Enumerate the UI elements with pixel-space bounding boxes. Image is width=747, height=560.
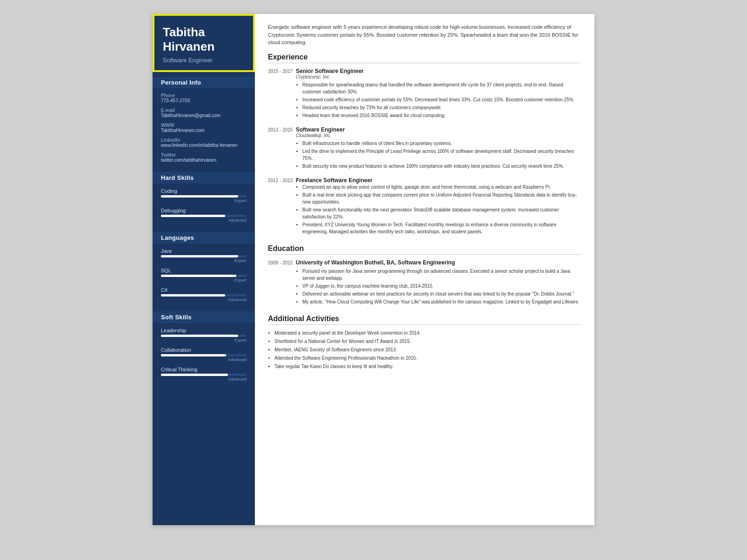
summary-text: Energetic software engineer with 5 years… [268, 23, 581, 46]
experience-title: Experience [268, 53, 581, 63]
activities-title: Additional Activities [268, 315, 581, 325]
job-bullets-2: Built infrastructure to handle millions … [296, 140, 581, 170]
edu-bullets-1: Pursued my passion for Java server progr… [296, 268, 581, 305]
www-label: WWW [161, 123, 247, 128]
collaboration-bar-bg [161, 354, 247, 356]
coding-bar-bg [161, 195, 247, 198]
bullet: Pursued my passion for Java server progr… [302, 268, 581, 282]
edu-body-1: University of Washington Bothell, BA, So… [296, 259, 581, 306]
debugging-skill: Debugging Advanced [161, 208, 247, 223]
critical-bar-fill [161, 374, 228, 376]
email-item: E-mail TabithaHirvanen@gmail.com [161, 108, 247, 118]
bullet: Delivered an actionable webinar on best … [302, 290, 581, 297]
twitter-label: Twitter [161, 152, 247, 158]
edu-degree-1: University of Washington Bothell, BA, So… [296, 259, 581, 266]
bullet: Composed an app to allow voice control o… [302, 184, 581, 191]
activity-item: Moderated a security panel at the Develo… [274, 329, 581, 337]
phone-value: 773-457-2703 [161, 98, 247, 103]
job-body-1: Senior Software Engineer Cryptoconic, In… [296, 68, 581, 120]
job-dates-3: 2012 - 2013 [268, 177, 296, 236]
bullet: Headed team that received 2016 BOSSIE aw… [302, 112, 581, 119]
linkedin-item: LinkedIn www.linkedin.com/in/tabitha-hir… [161, 138, 247, 148]
java-bar-fill [161, 255, 238, 257]
bullet: My article, "How Cloud Computing Will Ch… [302, 298, 581, 305]
bullet: VP of Jugger-Is, the campus machine lear… [302, 283, 581, 290]
bullet: Built a real time stock picking app that… [302, 191, 581, 205]
sql-bar-fill [161, 275, 236, 277]
experience-section: Experience 2015 - 2017 Senior Software E… [268, 53, 581, 236]
collaboration-skill: Collaboration Advanced [161, 347, 247, 362]
bullet: Increased code efficiency of customer po… [302, 96, 581, 103]
bullet: Built security into new product features… [302, 163, 581, 170]
coding-bar-fill [161, 195, 238, 198]
sidebar: Tabitha Hirvanen Software Engineer Perso… [153, 14, 255, 525]
critical-thinking-skill: Critical Thinking Advanced [161, 367, 247, 382]
csharp-bar-fill [161, 294, 225, 296]
bullet: President, XYZ University Young Women in… [302, 221, 581, 235]
job-entry-3: 2012 - 2013 Freelance Software Engineer … [268, 177, 581, 236]
job-bullets-3: Composed an app to allow voice control o… [296, 184, 581, 235]
email-value: TabithaHirvanen@gmail.com [161, 113, 247, 118]
leadership-bar-bg [161, 335, 247, 337]
personal-info-section: Personal Info Phone 773-457-2703 E-mail … [153, 72, 255, 167]
email-label: E-mail [161, 108, 247, 113]
sql-skill: SQL Expert [161, 268, 247, 283]
bullet: Responsible for spearheading teams that … [302, 81, 581, 95]
job-dates-1: 2015 - 2017 [268, 68, 296, 120]
java-skill: Java Expert [161, 248, 247, 263]
activity-item: Take regular Tae Kwon Do classes to keep… [274, 363, 581, 370]
edu-dates-1: 2008 - 2012 [268, 259, 296, 306]
bullet: Reduced security breaches by 73% for all… [302, 104, 581, 111]
soft-skills-section: Soft Skills Leadership Expert Collaborat… [153, 307, 255, 386]
csharp-bar-bg [161, 294, 247, 296]
job-company-2: Cloudwallop, Inc. [296, 133, 581, 138]
www-value: TabithaHirvanen.com [161, 128, 247, 133]
hard-skills-label: Hard Skills [153, 172, 255, 184]
candidate-name: Tabitha Hirvanen [163, 25, 245, 54]
twitter-item: Twitter twitter.com/tabithahirvanen [161, 152, 247, 163]
activities-section: Additional Activities Moderated a securi… [268, 315, 581, 370]
activity-item: Attended the Software Engineering Profes… [274, 355, 581, 362]
education-title: Education [268, 244, 581, 255]
bullet: Built infrastructure to handle millions … [302, 140, 581, 147]
job-entry-2: 2013 - 2015 Software Engineer Cloudwallo… [268, 126, 581, 171]
personal-info-label: Personal Info [153, 77, 255, 88]
csharp-skill: C# Advanced [161, 287, 247, 302]
phone-label: Phone [161, 93, 247, 98]
soft-skills-label: Soft Skills [153, 311, 255, 323]
critical-bar-bg [161, 374, 247, 376]
job-entry-1: 2015 - 2017 Senior Software Engineer Cry… [268, 68, 581, 120]
job-bullets-1: Responsible for spearheading teams that … [296, 81, 581, 119]
job-dates-2: 2013 - 2015 [268, 126, 296, 171]
page-wrapper: Tabitha Hirvanen Software Engineer Perso… [0, 0, 747, 560]
coding-skill: Coding Expert [161, 188, 247, 203]
hard-skills-section: Hard Skills Coding Expert Debugging Adva… [153, 167, 255, 227]
activity-item: Member, IAENG Society of Software Engine… [274, 346, 581, 354]
twitter-value: twitter.com/tabithahirvanen [161, 158, 247, 163]
job-title-2: Software Engineer [296, 126, 581, 133]
leadership-bar-fill [161, 335, 238, 337]
job-title-3: Freelance Software Engineer [296, 177, 581, 184]
java-bar-bg [161, 255, 247, 257]
main-content: Energetic software engineer with 5 years… [255, 14, 594, 525]
linkedin-label: LinkedIn [161, 138, 247, 143]
leadership-skill: Leadership Expert [161, 328, 247, 343]
edu-entry-1: 2008 - 2012 University of Washington Bot… [268, 259, 581, 306]
bullet: Built new search functionality into the … [302, 206, 581, 220]
www-item: WWW TabithaHirvanen.com [161, 123, 247, 133]
bullet: Led the drive to implement the Principle… [302, 148, 581, 162]
collaboration-bar-fill [161, 354, 226, 356]
resume-container: Tabitha Hirvanen Software Engineer Perso… [153, 14, 594, 525]
sql-bar-bg [161, 275, 247, 277]
debugging-bar-fill [161, 215, 225, 217]
job-body-3: Freelance Software Engineer Composed an … [296, 177, 581, 236]
sidebar-header: Tabitha Hirvanen Software Engineer [153, 14, 255, 72]
phone-item: Phone 773-457-2703 [161, 93, 247, 103]
job-company-1: Cryptoconic, Inc. [296, 74, 581, 79]
activity-item: Shortlisted for a National Center for Wo… [274, 338, 581, 345]
languages-section: Languages Java Expert SQL Expert [153, 227, 255, 307]
activities-list: Moderated a security panel at the Develo… [268, 329, 581, 370]
job-body-2: Software Engineer Cloudwallop, Inc. Buil… [296, 126, 581, 171]
candidate-title: Software Engineer [163, 57, 245, 64]
debugging-bar-bg [161, 215, 247, 217]
